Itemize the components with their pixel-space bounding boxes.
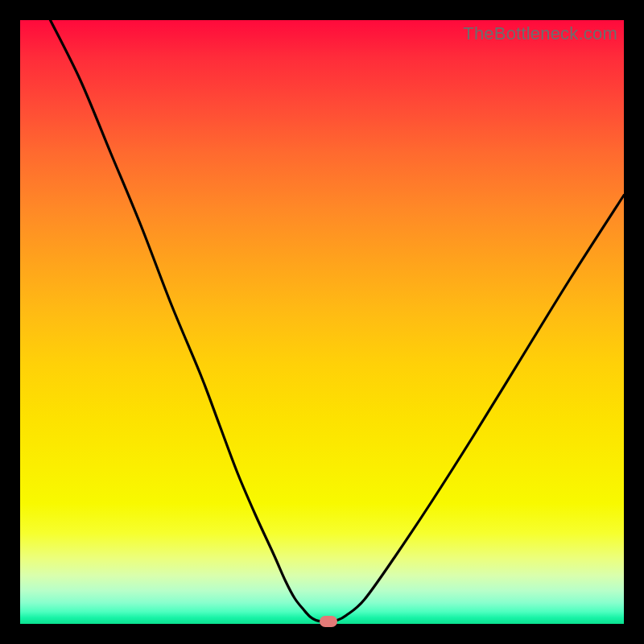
optimum-marker xyxy=(320,616,337,627)
bottleneck-curve xyxy=(20,20,624,624)
chart-frame: TheBottleneck.com xyxy=(0,0,644,644)
plot-area: TheBottleneck.com xyxy=(20,20,624,624)
